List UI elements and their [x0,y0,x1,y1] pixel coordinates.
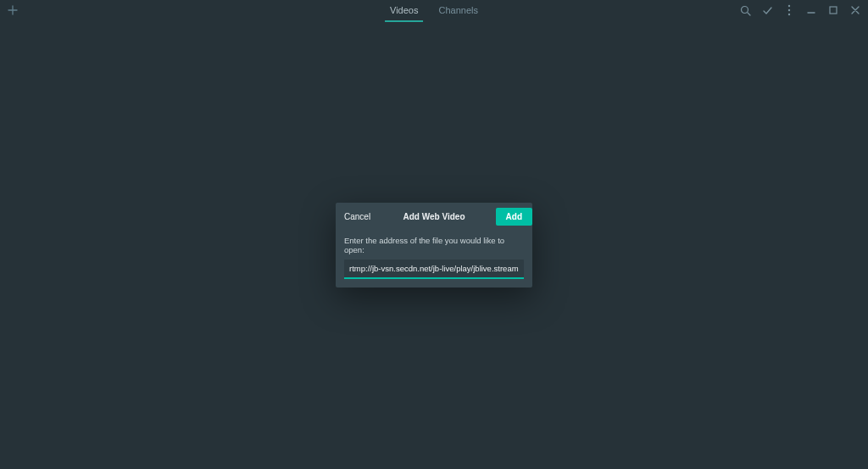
cancel-button[interactable]: Cancel [344,212,370,221]
svg-point-0 [741,6,748,13]
add-web-video-dialog: Cancel Add Web Video Add Enter the addre… [336,203,532,288]
topbar-left [7,4,19,16]
svg-rect-4 [830,7,837,14]
minimize-icon[interactable] [805,4,817,16]
topbar-right [739,4,861,16]
svg-point-3 [788,14,790,15]
top-bar: Videos Channels [0,0,868,20]
add-icon[interactable] [7,4,19,16]
content-area: Cancel Add Web Video Add Enter the addre… [0,20,868,469]
close-icon[interactable] [849,4,861,16]
tab-channels[interactable]: Channels [437,2,479,19]
tabs: Videos Channels [388,0,480,20]
add-button[interactable]: Add [496,208,532,226]
dialog-body: Enter the address of the file you would … [336,231,532,288]
url-input[interactable] [344,260,524,279]
check-icon[interactable] [761,4,773,16]
search-icon[interactable] [739,4,751,16]
menu-icon[interactable] [783,4,795,16]
url-label: Enter the address of the file you would … [344,236,524,254]
svg-point-1 [788,5,790,7]
maximize-icon[interactable] [827,4,839,16]
tab-videos[interactable]: Videos [388,2,420,19]
dialog-header: Cancel Add Web Video Add [336,203,532,231]
svg-point-2 [788,9,790,11]
dialog-title: Add Web Video [403,212,465,221]
